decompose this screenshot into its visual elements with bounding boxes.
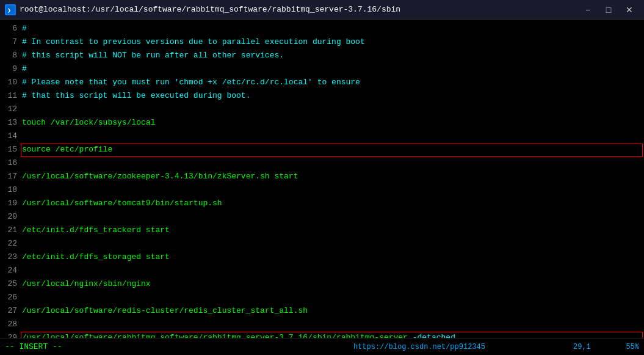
close-button[interactable]: ✕ — [620, 2, 639, 17]
editor-line: 8 # this script will NOT be run after al… — [0, 49, 644, 62]
editor-line: 16 — [0, 156, 644, 170]
status-bar: -- INSERT -- https://blog.csdn.net/pp912… — [0, 338, 644, 355]
editor-line: 7 # In contrast to previous versions due… — [0, 35, 644, 49]
editor-line: 26 — [0, 291, 644, 304]
terminal-icon: ❯ — [5, 4, 16, 15]
maximize-button[interactable]: □ — [599, 2, 618, 17]
editor-line: 11 # that this script will be executed d… — [0, 89, 644, 103]
editor-line: 9 # — [0, 62, 644, 76]
editor-line: 21 /etc/init.d/fdfs_trackerd start — [0, 224, 644, 237]
editor-line: 10 # Please note that you must run 'chmo… — [0, 76, 644, 89]
editor-line: 24 — [0, 264, 644, 277]
editor-position-url: https://blog.csdn.net/pp912345 29,1 55% — [353, 343, 639, 351]
cursor-url: https://blog.csdn.net/pp912345 29,1 55% — [353, 343, 639, 351]
window-title: root@localhost:/usr/local/software/rabbi… — [20, 5, 400, 14]
editor-line: 12 — [0, 103, 644, 116]
editor-line: 19 /usr/local/software/tomcat9/bin/start… — [0, 197, 644, 210]
editor-line: 23 /etc/init.d/fdfs_storaged start — [0, 251, 644, 264]
editor-area: 6 # 7 # In contrast to previous versions… — [0, 20, 644, 338]
editor-line: 25 /usr/local/nginx/sbin/nginx — [0, 277, 644, 291]
title-bar: ❯ root@localhost:/usr/local/software/rab… — [0, 0, 644, 20]
window-controls[interactable]: − □ ✕ — [578, 2, 639, 17]
editor-line: 14 — [0, 130, 644, 143]
editor-line: 6 # — [0, 22, 644, 35]
minimize-button[interactable]: − — [578, 2, 598, 17]
editor-line-highlighted-rabbitmq: 29 /usr/local/software/rabbitmq_software… — [0, 331, 644, 338]
editor-line: 20 — [0, 210, 644, 224]
editor-line: 27 /usr/local/software/redis-cluster/red… — [0, 304, 644, 318]
svg-text:❯: ❯ — [7, 7, 11, 13]
title-bar-left: ❯ root@localhost:/usr/local/software/rab… — [5, 4, 400, 15]
editor-line: 28 — [0, 318, 644, 331]
editor-line-highlighted: 15 source /etc/profile — [0, 143, 644, 156]
editor-line: 22 — [0, 237, 644, 251]
editor-line: 17 /usr/local/software/zookeeper-3.4.13/… — [0, 170, 644, 183]
editor-mode: -- INSERT -- — [5, 342, 62, 351]
editor-line: 13 touch /var/lock/subsys/local — [0, 116, 644, 130]
editor-line: 18 — [0, 183, 644, 197]
